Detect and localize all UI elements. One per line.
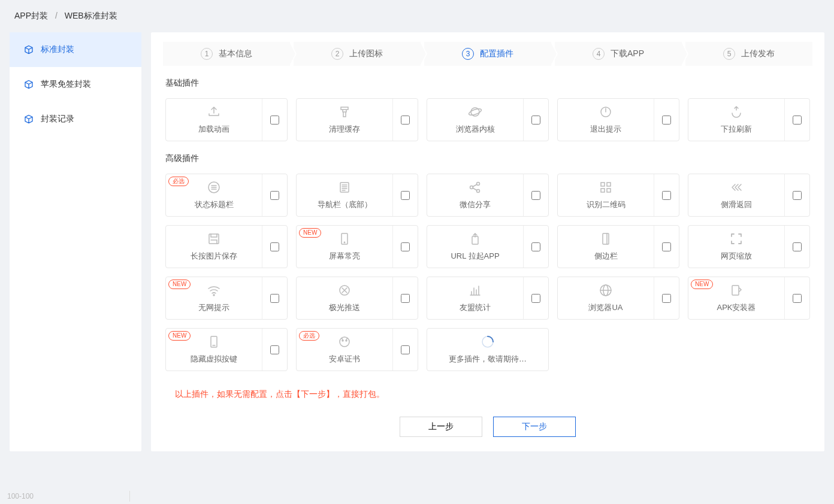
- prev-button[interactable]: 上一步: [400, 417, 482, 437]
- step-basic-info[interactable]: 1基本信息: [163, 42, 290, 66]
- screen-icon: [337, 232, 352, 246]
- step-download-app[interactable]: 4下载APP: [555, 42, 682, 66]
- step-config-plugin[interactable]: 3配置插件: [424, 42, 551, 66]
- sidebar-item-standard[interactable]: 标准封装: [10, 32, 141, 67]
- plugin-label: 退出提示: [590, 124, 621, 135]
- apk-icon: [729, 283, 744, 297]
- plugin-checkbox[interactable]: [401, 116, 410, 125]
- plugin-checkbox[interactable]: [793, 191, 802, 200]
- plugin-card[interactable]: 浏览器UA: [557, 277, 679, 320]
- plugin-card[interactable]: NEW屏幕常亮: [296, 225, 418, 268]
- plugin-card[interactable]: 微信分享: [427, 174, 549, 217]
- plugin-label: 清理缓存: [329, 124, 360, 135]
- plugin-card[interactable]: NEW无网提示: [165, 277, 288, 320]
- advanced-plugins-section: 高级插件 必选状态标题栏导航栏（底部）微信分享识别二维码侧滑返回长按图片保存NE…: [151, 141, 824, 371]
- share-icon: [468, 180, 482, 195]
- plugin-card[interactable]: 侧滑返回: [688, 174, 810, 217]
- svg-rect-8: [601, 183, 605, 186]
- sidebar-item-label: 标准封装: [41, 44, 74, 55]
- plugin-label: 侧滑返回: [721, 199, 752, 210]
- plugin-badge: 必选: [299, 331, 319, 341]
- plugin-checkbox[interactable]: [401, 294, 410, 303]
- sidebar-item-apple[interactable]: 苹果免签封装: [10, 67, 141, 102]
- plugin-label: 长按图片保存: [191, 251, 237, 262]
- qr-icon: [599, 180, 613, 195]
- plugin-card[interactable]: 下拉刷新: [688, 98, 810, 141]
- plugin-checkbox[interactable]: [270, 116, 279, 125]
- step-upload-publish[interactable]: 5上传发布: [685, 42, 812, 66]
- plugin-checkbox[interactable]: [531, 242, 540, 251]
- plugin-checkbox[interactable]: [270, 345, 279, 354]
- plugin-checkbox[interactable]: [793, 242, 802, 251]
- plugin-checkbox[interactable]: [662, 242, 671, 251]
- plugin-label: URL 拉起APP: [451, 251, 499, 262]
- plugin-card[interactable]: URL 拉起APP: [427, 225, 549, 268]
- svg-point-24: [342, 340, 343, 341]
- plugin-checkbox[interactable]: [662, 116, 671, 125]
- plugin-label: 识别二维码: [587, 199, 626, 210]
- plugin-label: 友盟统计: [460, 302, 491, 313]
- refresh-icon: [729, 105, 744, 119]
- plugin-checkbox[interactable]: [531, 116, 540, 125]
- sidebar-item-label: 封装记录: [41, 114, 74, 125]
- footer: 100-100: [0, 488, 137, 504]
- plugin-badge: NEW: [299, 228, 321, 238]
- planet-icon: [468, 105, 482, 119]
- plugin-checkbox[interactable]: [662, 191, 671, 200]
- plugin-card[interactable]: 加载动画: [165, 98, 288, 141]
- plugin-card[interactable]: 必选状态标题栏: [165, 174, 288, 217]
- plugin-card[interactable]: 识别二维码: [557, 174, 679, 217]
- plugin-checkbox[interactable]: [401, 242, 410, 251]
- actions: 上一步 下一步: [151, 405, 824, 437]
- sidebar-icon: [599, 232, 613, 246]
- tip-text: 以上插件，如果无需配置，点击【下一步】，直接打包。: [151, 371, 824, 405]
- plugin-checkbox[interactable]: [401, 345, 410, 354]
- plugin-card[interactable]: 网页缩放: [688, 225, 810, 268]
- plugin-checkbox[interactable]: [270, 294, 279, 303]
- loading-icon: [481, 335, 495, 349]
- plugin-checkbox[interactable]: [531, 294, 540, 303]
- plugin-card[interactable]: 浏览器内核: [427, 98, 549, 141]
- breadcrumb-item[interactable]: APP封装: [14, 11, 48, 20]
- plugin-card[interactable]: 友盟统计: [427, 277, 549, 320]
- launch-icon: [468, 232, 482, 246]
- plugin-checkbox[interactable]: [270, 191, 279, 200]
- plugin-card[interactable]: 退出提示: [557, 98, 679, 141]
- wifi-icon: [207, 283, 221, 297]
- step-upload-icon[interactable]: 2上传图标: [294, 42, 421, 66]
- svg-point-1: [468, 107, 482, 116]
- plugin-card[interactable]: 极光推送: [296, 277, 418, 320]
- plugin-label: APK安装器: [717, 302, 756, 313]
- plugin-card[interactable]: NEW隐藏虚拟按键: [165, 328, 288, 371]
- plugin-label: 微信分享: [460, 199, 491, 210]
- plugin-card[interactable]: 更多插件，敬请期待…: [427, 328, 549, 371]
- plugin-checkbox[interactable]: [793, 294, 802, 303]
- plugin-card[interactable]: 长按图片保存: [165, 225, 288, 268]
- save-icon: [207, 232, 221, 246]
- plugin-checkbox[interactable]: [401, 191, 410, 200]
- plugin-card[interactable]: 导航栏（底部）: [296, 174, 418, 217]
- sidebar: 标准封装 苹果免签封装 封装记录: [10, 32, 141, 451]
- plugin-checkbox[interactable]: [793, 116, 802, 125]
- sidebar-item-label: 苹果免签封装: [41, 79, 91, 90]
- svg-point-6: [477, 183, 480, 186]
- plugin-checkbox[interactable]: [662, 294, 671, 303]
- plugin-label: 更多插件，敬请期待…: [449, 354, 527, 365]
- nav-icon: [337, 180, 352, 195]
- plugin-label: 隐藏虚拟按键: [191, 354, 237, 365]
- plugin-checkbox[interactable]: [270, 242, 279, 251]
- plugin-card[interactable]: NEWAPK安装器: [688, 277, 810, 320]
- plugin-label: 状态标题栏: [195, 199, 234, 210]
- plugin-label: 侧边栏: [594, 251, 618, 262]
- plugin-card[interactable]: 侧边栏: [557, 225, 679, 268]
- plugin-card[interactable]: 必选安卓证书: [296, 328, 418, 371]
- plugin-card[interactable]: 清理缓存: [296, 98, 418, 141]
- plugin-badge: NEW: [168, 280, 191, 289]
- plugin-checkbox[interactable]: [531, 191, 540, 200]
- section-title: 基础插件: [165, 78, 810, 89]
- svg-point-14: [344, 242, 345, 242]
- svg-point-17: [213, 294, 214, 296]
- sidebar-item-records[interactable]: 封装记录: [10, 102, 141, 136]
- svg-rect-15: [472, 236, 478, 244]
- next-button[interactable]: 下一步: [493, 417, 576, 437]
